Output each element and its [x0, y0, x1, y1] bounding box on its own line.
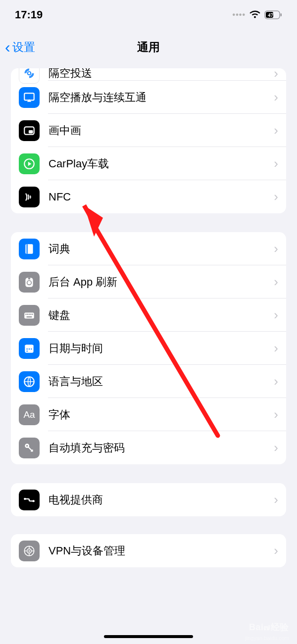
row-label: VPN与设备管理: [49, 544, 274, 558]
chevron-right-icon: ›: [274, 189, 278, 204]
airplay-icon: [19, 87, 40, 108]
svg-point-29: [26, 445, 28, 446]
svg-rect-16: [27, 313, 28, 314]
chevron-right-icon: ›: [274, 274, 278, 290]
row-autofill[interactable]: 自动填充与密码 ›: [11, 431, 286, 464]
svg-text:47: 47: [268, 12, 274, 18]
row-label: CarPlay车载: [49, 156, 274, 171]
autofill-icon: [19, 438, 40, 458]
chevron-right-icon: ›: [274, 307, 278, 323]
svg-rect-20: [27, 316, 32, 317]
row-dictionary[interactable]: 词典 ›: [11, 232, 286, 265]
row-date-time[interactable]: 日期与时间 ›: [11, 332, 286, 365]
svg-rect-3: [281, 13, 282, 16]
chevron-right-icon: ›: [274, 440, 278, 455]
row-label: 语言与地区: [49, 374, 274, 389]
section-system: 词典 › 后台 App 刷新 › 键盘 › 日期与时间 ›: [11, 232, 286, 464]
row-pip[interactable]: 画中画 ›: [11, 114, 286, 147]
watermark-brand: Bai๗经验: [249, 620, 289, 634]
row-carplay[interactable]: CarPlay车载 ›: [11, 147, 286, 180]
chevron-right-icon: ›: [274, 407, 278, 422]
section-tv: 电视提供商 ›: [11, 483, 286, 516]
svg-rect-7: [29, 130, 33, 133]
row-tv-provider[interactable]: 电视提供商 ›: [11, 483, 286, 516]
row-label: 自动填充与密码: [49, 441, 274, 455]
nav-header: ‹ 设置 通用: [0, 30, 297, 64]
chevron-right-icon: ›: [274, 156, 278, 171]
chevron-right-icon: ›: [274, 241, 278, 256]
fonts-icon: Aa: [19, 404, 40, 425]
svg-point-34: [28, 550, 30, 551]
chevron-right-icon: ›: [274, 341, 278, 356]
back-button[interactable]: ‹ 设置: [5, 38, 35, 56]
pip-icon: [19, 120, 40, 141]
svg-rect-24: [29, 348, 30, 349]
svg-rect-25: [31, 348, 32, 349]
svg-rect-13: [28, 278, 30, 279]
watermark-url: jingyan.baidu.com: [245, 635, 289, 641]
pagination-dots-icon: ••••: [233, 10, 246, 19]
row-label: 隔空投送: [49, 68, 274, 81]
svg-rect-23: [27, 348, 28, 349]
svg-rect-19: [32, 313, 33, 314]
dictionary-icon: [19, 239, 40, 259]
chevron-left-icon: ‹: [5, 38, 10, 56]
row-label: 日期与时间: [49, 341, 274, 356]
status-bar: 17:19 •••• 47: [0, 0, 297, 30]
vpn-icon: [19, 541, 40, 561]
date-time-icon: [19, 338, 40, 359]
row-airdrop[interactable]: 隔空投送 ›: [11, 68, 286, 81]
chevron-right-icon: ›: [274, 543, 278, 558]
row-label: 键盘: [49, 308, 274, 323]
row-label: 字体: [49, 407, 274, 422]
svg-point-4: [28, 72, 31, 75]
svg-point-30: [24, 497, 26, 499]
row-keyboard[interactable]: 键盘 ›: [11, 298, 286, 332]
row-label: 电视提供商: [49, 493, 274, 507]
nfc-icon: [19, 187, 40, 207]
status-indicators: •••• 47: [233, 10, 282, 19]
row-airplay[interactable]: 隔空播放与连续互通 ›: [11, 81, 286, 114]
svg-rect-14: [24, 312, 34, 318]
svg-rect-10: [27, 244, 28, 254]
bg-refresh-icon: [19, 272, 40, 293]
chevron-right-icon: ›: [274, 492, 278, 507]
chevron-right-icon: ›: [274, 90, 278, 105]
svg-rect-18: [30, 313, 31, 314]
row-vpn[interactable]: VPN与设备管理 ›: [11, 534, 286, 567]
svg-rect-15: [25, 313, 26, 314]
section-vpn: VPN与设备管理 ›: [11, 534, 286, 567]
svg-rect-26: [27, 350, 28, 351]
wifi-icon: [249, 10, 260, 19]
row-label: 后台 App 刷新: [49, 275, 274, 290]
language-icon: [19, 371, 40, 392]
chevron-right-icon: ›: [274, 123, 278, 138]
chevron-right-icon: ›: [274, 68, 278, 81]
row-label: 词典: [49, 242, 274, 256]
carplay-icon: [19, 153, 40, 174]
row-nfc[interactable]: NFC ›: [11, 180, 286, 213]
home-indicator: [104, 635, 193, 638]
battery-icon: 47: [264, 10, 282, 19]
chevron-right-icon: ›: [274, 374, 278, 389]
row-bg-refresh[interactable]: 后台 App 刷新 ›: [11, 265, 286, 298]
section-connectivity: 隔空投送 › 隔空播放与连续互通 › 画中画 › CarPlay车载 ›: [11, 68, 286, 213]
row-label: 隔空播放与连续互通: [49, 90, 274, 105]
row-fonts[interactable]: Aa 字体 ›: [11, 398, 286, 431]
status-time: 17:19: [15, 8, 43, 21]
row-label: 画中画: [49, 123, 274, 138]
svg-rect-22: [25, 345, 33, 347]
row-language-region[interactable]: 语言与地区 ›: [11, 365, 286, 398]
back-label: 设置: [12, 40, 35, 55]
page-title: 通用: [137, 40, 160, 55]
keyboard-icon: [19, 305, 40, 326]
svg-point-31: [33, 500, 35, 502]
row-label: NFC: [49, 191, 274, 203]
content-area: 隔空投送 › 隔空播放与连续互通 › 画中画 › CarPlay车载 ›: [0, 68, 297, 567]
svg-rect-17: [29, 313, 30, 314]
tv-provider-icon: [19, 490, 40, 510]
